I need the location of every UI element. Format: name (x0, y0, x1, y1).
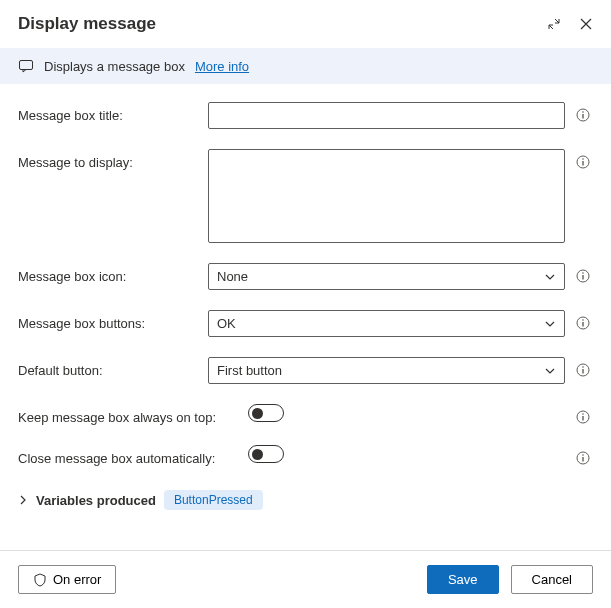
row-default-button: Default button: First button (18, 357, 593, 384)
form-body: Message box title: Message to display: M… (0, 84, 611, 550)
chevron-right-icon (18, 495, 28, 505)
svg-point-20 (582, 454, 584, 456)
chevron-down-icon (544, 318, 556, 330)
svg-point-8 (582, 272, 584, 274)
help-default-button[interactable] (573, 357, 593, 377)
label-default-button: Default button: (18, 357, 208, 378)
row-auto-close: Close message box automatically: (18, 445, 593, 466)
svg-rect-12 (582, 322, 583, 327)
svg-rect-0 (20, 61, 33, 70)
help-auto-close[interactable] (573, 445, 593, 465)
chevron-down-icon (544, 365, 556, 377)
svg-rect-15 (582, 369, 583, 374)
info-bar-text: Displays a message box (44, 59, 185, 74)
svg-point-2 (582, 111, 584, 113)
row-buttons: Message box buttons: OK (18, 310, 593, 337)
select-buttons-value: OK (217, 316, 236, 331)
select-icon[interactable]: None (208, 263, 565, 290)
svg-point-17 (582, 413, 584, 415)
svg-rect-21 (582, 457, 583, 462)
toggle-always-on-top[interactable] (248, 404, 284, 422)
more-info-link[interactable]: More info (195, 59, 249, 74)
svg-rect-6 (582, 161, 583, 166)
svg-point-14 (582, 366, 584, 368)
select-icon-value: None (217, 269, 248, 284)
select-default-button-value: First button (217, 363, 282, 378)
message-icon (18, 58, 34, 74)
on-error-button[interactable]: On error (18, 565, 116, 594)
toggle-auto-close[interactable] (248, 445, 284, 463)
header-actions (547, 17, 593, 31)
row-message: Message to display: (18, 149, 593, 243)
svg-rect-3 (582, 114, 583, 119)
variable-pill[interactable]: ButtonPressed (164, 490, 263, 510)
row-always-on-top: Keep message box always on top: (18, 404, 593, 425)
help-title[interactable] (573, 102, 593, 122)
on-error-label: On error (53, 572, 101, 587)
label-message: Message to display: (18, 149, 208, 170)
help-message[interactable] (573, 149, 593, 169)
info-bar: Displays a message box More info (0, 48, 611, 84)
help-always-on-top[interactable] (573, 404, 593, 424)
variables-label: Variables produced (36, 493, 156, 508)
close-icon[interactable] (579, 17, 593, 31)
label-icon: Message box icon: (18, 263, 208, 284)
label-always-on-top: Keep message box always on top: (18, 404, 248, 425)
variables-row[interactable]: Variables produced ButtonPressed (18, 486, 593, 522)
save-button[interactable]: Save (427, 565, 499, 594)
dialog-title: Display message (18, 14, 547, 34)
svg-rect-9 (582, 275, 583, 280)
row-title: Message box title: (18, 102, 593, 129)
shield-icon (33, 573, 47, 587)
dialog-header: Display message (0, 0, 611, 42)
label-auto-close: Close message box automatically: (18, 445, 248, 466)
label-title: Message box title: (18, 102, 208, 123)
select-default-button[interactable]: First button (208, 357, 565, 384)
select-buttons[interactable]: OK (208, 310, 565, 337)
input-title[interactable] (208, 102, 565, 129)
help-buttons[interactable] (573, 310, 593, 330)
label-buttons: Message box buttons: (18, 310, 208, 331)
svg-point-11 (582, 319, 584, 321)
cancel-button[interactable]: Cancel (511, 565, 593, 594)
help-icon[interactable] (573, 263, 593, 283)
dialog-footer: On error Save Cancel (0, 550, 611, 608)
svg-rect-18 (582, 416, 583, 421)
chevron-down-icon (544, 271, 556, 283)
expand-icon[interactable] (547, 17, 561, 31)
svg-point-5 (582, 158, 584, 160)
row-icon: Message box icon: None (18, 263, 593, 290)
input-message[interactable] (208, 149, 565, 243)
